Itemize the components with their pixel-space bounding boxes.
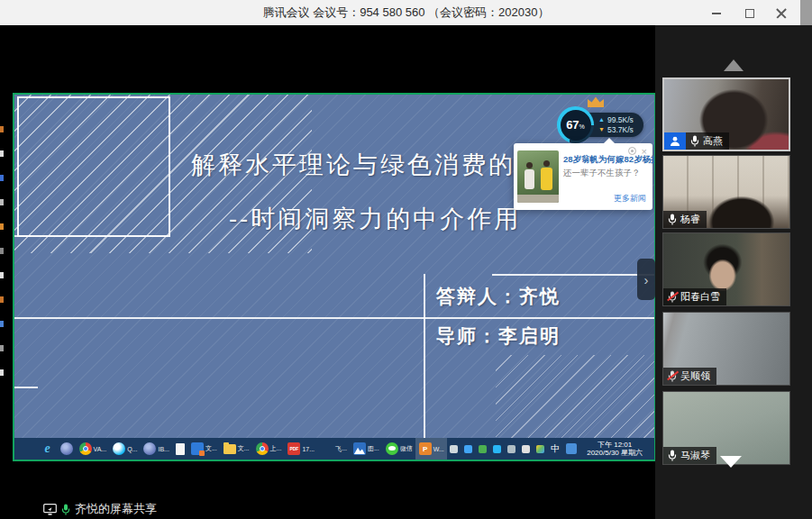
sliver bbox=[0, 223, 4, 230]
participant-video-4[interactable]: 吴顺领 bbox=[662, 312, 790, 386]
taskbar-wps[interactable]: 文... bbox=[187, 438, 220, 460]
taskbar-notepad[interactable] bbox=[172, 438, 187, 460]
participants-sidebar: 高燕 杨睿 阳春白雪 bbox=[655, 25, 812, 519]
upload-arrow-icon: ▲ bbox=[598, 115, 605, 124]
bluetooth-icon[interactable] bbox=[450, 445, 458, 453]
taskbar-feishu[interactable]: 飞... bbox=[318, 438, 351, 460]
system-tray: 中 下午 12:01 2020/5/30 星期六 bbox=[450, 441, 650, 458]
chrome-icon bbox=[79, 442, 92, 455]
wechat-icon bbox=[386, 442, 398, 455]
titlebar-corner-strip bbox=[800, 0, 812, 25]
taskbar-qq-browser[interactable]: Q... bbox=[110, 438, 141, 460]
mountain-icon bbox=[353, 442, 366, 455]
wifi-icon[interactable] bbox=[507, 445, 515, 453]
antivirus-icon[interactable] bbox=[479, 445, 487, 453]
scroll-up-icon[interactable] bbox=[724, 59, 744, 71]
member-badge bbox=[664, 132, 686, 150]
network-globe-icon[interactable] bbox=[464, 445, 472, 453]
desktop-edge-slivers bbox=[0, 126, 5, 376]
ad-more-news-link[interactable]: 更多新闻 bbox=[614, 193, 646, 205]
slide-hline-decor bbox=[14, 317, 654, 319]
sidebar-collapse-tab[interactable]: › bbox=[637, 259, 655, 300]
slide-vline-decor bbox=[424, 274, 425, 438]
photo-path-decor bbox=[517, 195, 559, 203]
sliver bbox=[0, 175, 4, 181]
net-speed-widget[interactable]: 67% ▲ 99.5K/s ▼ 53.7K/s bbox=[557, 96, 645, 145]
powerpoint-icon: P bbox=[419, 442, 432, 455]
participant-name: 吴顺领 bbox=[680, 369, 710, 383]
taskbar-clock[interactable]: 下午 12:01 2020/5/30 星期六 bbox=[583, 441, 646, 458]
sliver bbox=[0, 321, 4, 327]
sliver bbox=[0, 248, 4, 254]
taskbar-label: W... bbox=[433, 446, 444, 452]
participant-video-3[interactable]: 阳春白雪 bbox=[662, 232, 790, 306]
volume-icon[interactable] bbox=[522, 445, 530, 453]
memory-gauge[interactable]: 67% bbox=[557, 106, 594, 143]
taskbar-browser[interactable] bbox=[57, 438, 76, 460]
crown-icon bbox=[588, 96, 604, 107]
slide-dash-decor bbox=[14, 387, 38, 388]
minimize-icon[interactable] bbox=[711, 7, 722, 18]
input-method-indicator[interactable]: 中 bbox=[551, 442, 560, 455]
windows-logo-icon bbox=[23, 442, 35, 455]
sync-icon[interactable] bbox=[493, 445, 501, 453]
ad-close-icon[interactable]: × bbox=[642, 148, 647, 155]
taskbar-label: 文... bbox=[205, 444, 217, 453]
participant-name: 马淑琴 bbox=[680, 449, 710, 462]
taskbar-pictures[interactable]: 图... bbox=[350, 438, 382, 460]
gear-icon[interactable] bbox=[628, 147, 636, 155]
screen-share-banner: 齐悦的屏幕共享 bbox=[43, 501, 157, 517]
name-badge: 阳春白雪 bbox=[663, 288, 726, 305]
news-ad-popup[interactable]: 28岁翁帆为何嫁82岁杨振宁 还一辈子不生孩子？ 更多新闻 × bbox=[514, 143, 652, 210]
ie-icon: e bbox=[41, 442, 54, 455]
taskbar-folder[interactable]: 文... bbox=[220, 438, 252, 460]
slide-title-line2: --时间洞察力的中介作用 bbox=[229, 203, 521, 235]
participant-video-2[interactable]: 杨睿 bbox=[662, 155, 790, 229]
mic-on-icon bbox=[668, 214, 677, 225]
taskbar-ie[interactable]: e bbox=[38, 438, 57, 460]
photo-man-figure bbox=[525, 162, 534, 189]
download-speed-row: ▼ 53.7K/s bbox=[598, 125, 634, 134]
start-button[interactable] bbox=[19, 438, 38, 460]
taskbar-ppt-active[interactable]: P W... bbox=[415, 438, 447, 460]
upload-speed-row: ▲ 99.5K/s bbox=[598, 115, 634, 124]
tray-app-icon[interactable] bbox=[566, 443, 577, 454]
sliver bbox=[0, 369, 4, 376]
ad-photo[interactable] bbox=[517, 150, 559, 203]
sliver bbox=[0, 272, 4, 278]
name-badge: 吴顺领 bbox=[663, 368, 716, 385]
sliver bbox=[0, 345, 4, 351]
taskbar-label: VA... bbox=[94, 446, 107, 452]
clock-time: 下午 12:01 bbox=[587, 441, 643, 450]
sliver bbox=[0, 150, 4, 157]
sliver bbox=[0, 126, 4, 132]
gauge-percent: 67 bbox=[566, 118, 579, 132]
taskbar-chrome2[interactable]: 上... bbox=[252, 438, 285, 460]
chrome-icon bbox=[256, 442, 269, 455]
sliver bbox=[0, 199, 4, 205]
slide-box-decor bbox=[17, 96, 170, 237]
taskbar-label: 17... bbox=[302, 446, 315, 452]
mic-on-icon bbox=[668, 450, 677, 461]
taskbar-ibm[interactable]: IB... bbox=[141, 438, 172, 460]
photo-woman-figure bbox=[541, 160, 552, 190]
maximize-icon[interactable] bbox=[744, 7, 754, 18]
participant-video-1[interactable]: 高燕 bbox=[662, 77, 790, 151]
download-arrow-icon: ▼ bbox=[598, 125, 605, 134]
taskbar-pdf[interactable]: PDF 17... bbox=[285, 438, 318, 460]
taskbar-label: 图... bbox=[368, 444, 379, 453]
photos-icon[interactable] bbox=[536, 445, 544, 453]
close-icon[interactable] bbox=[776, 7, 787, 18]
ad-subline: 还一辈子不生孩子？ bbox=[563, 168, 650, 179]
taskbar-wechat[interactable]: 微信 bbox=[382, 438, 415, 460]
participant-video-5[interactable]: 马淑琴 bbox=[662, 391, 790, 465]
slide-advisor-label: 导师：李启明 bbox=[436, 323, 561, 349]
pdf-icon: PDF bbox=[287, 442, 300, 455]
slide-dash-decor bbox=[14, 235, 31, 237]
scroll-down-icon[interactable] bbox=[720, 456, 742, 468]
speed-readouts: ▲ 99.5K/s ▼ 53.7K/s bbox=[598, 115, 634, 134]
colorful-grid-icon bbox=[321, 442, 333, 455]
clock-date: 2020/5/30 星期六 bbox=[587, 449, 643, 458]
taskbar-chrome-va[interactable]: VA... bbox=[76, 438, 110, 460]
ad-headline-link[interactable]: 28岁翁帆为何嫁82岁杨振宁 bbox=[563, 154, 650, 166]
